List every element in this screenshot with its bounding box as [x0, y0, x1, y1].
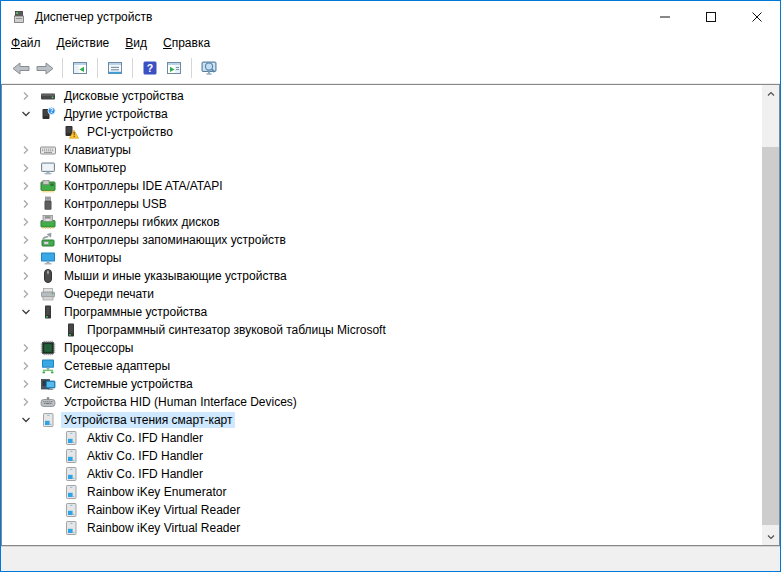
computer-icon	[40, 160, 56, 176]
minimize-icon	[659, 11, 671, 23]
chevron-right-icon[interactable]	[18, 250, 34, 266]
tree-item[interactable]: Системные устройства	[2, 375, 762, 393]
title-bar: Диспетчер устройств	[1, 1, 780, 32]
tree-item[interactable]: Программный синтезатор звуковой таблицы …	[2, 321, 762, 339]
tree-item[interactable]: !PCI-устройство	[2, 123, 762, 141]
tree-item[interactable]: Контроллеры гибких дисков	[2, 213, 762, 231]
tree-item[interactable]: Aktiv Co. IFD Handler	[2, 429, 762, 447]
chevron-down-icon[interactable]	[18, 106, 34, 122]
tree-item-label: Дисковые устройства	[61, 88, 187, 104]
properties-button[interactable]	[103, 56, 127, 80]
menu-help[interactable]: Справка	[155, 34, 218, 52]
tree-item[interactable]: Компьютер	[2, 159, 762, 177]
properties-icon	[107, 60, 123, 76]
chevron-right-icon[interactable]	[18, 340, 34, 356]
software-device-icon	[40, 304, 56, 320]
menu-view[interactable]: Вид	[117, 34, 155, 52]
toolbar-separator	[97, 58, 98, 78]
chevron-right-icon[interactable]	[18, 358, 34, 374]
tree-item-label: Rainbow iKey Virtual Reader	[84, 502, 243, 518]
tree-item[interactable]: Контроллеры USB	[2, 195, 762, 213]
maximize-button[interactable]	[688, 1, 734, 32]
tree-item[interactable]: Мониторы	[2, 249, 762, 267]
tree-item-label: Очереди печати	[61, 286, 157, 302]
tree-item-label: Aktiv Co. IFD Handler	[84, 448, 206, 464]
chevron-right-icon[interactable]	[18, 394, 34, 410]
tree-item[interactable]: Устройства чтения смарт-карт	[2, 411, 762, 429]
toolbar-separator	[191, 58, 192, 78]
printer-icon	[40, 286, 56, 302]
tree-item[interactable]: Rainbow iKey Virtual Reader	[2, 501, 762, 519]
floppy-controller-icon	[40, 214, 56, 230]
chevron-right-icon[interactable]	[18, 232, 34, 248]
tree-item[interactable]: Мыши и иные указывающие устройства	[2, 267, 762, 285]
svg-text:?: ?	[147, 62, 153, 74]
tree-item[interactable]: Процессоры	[2, 339, 762, 357]
usb-controller-icon	[40, 196, 56, 212]
tree-item[interactable]: Сетевые адаптеры	[2, 357, 762, 375]
show-console-tree-button[interactable]	[68, 56, 92, 80]
back-button[interactable]	[9, 56, 33, 80]
tree-item[interactable]: Устройства HID (Human Interface Devices)	[2, 393, 762, 411]
help-icon: ?	[142, 60, 158, 76]
show-action-pane-button[interactable]	[162, 56, 186, 80]
chevron-right-icon[interactable]	[18, 214, 34, 230]
tree-item-label: PCI-устройство	[84, 124, 176, 140]
tree-item[interactable]: Rainbow iKey Virtual Reader	[2, 519, 762, 537]
tree-item[interactable]: Программные устройства	[2, 303, 762, 321]
tree-item[interactable]: ?Другие устройства	[2, 105, 762, 123]
minimize-button[interactable]	[642, 1, 688, 32]
monitor-icon	[40, 250, 56, 266]
device-manager-icon	[11, 9, 27, 25]
tree-item-label: Контроллеры запоминающих устройств	[61, 232, 289, 248]
arrow-right-icon	[35, 61, 55, 76]
tree-item-label: Устройства HID (Human Interface Devices)	[61, 394, 300, 410]
chevron-spacer	[41, 466, 57, 482]
chevron-right-icon[interactable]	[18, 88, 34, 104]
device-tree: Дисковые устройства?Другие устройства!PC…	[2, 85, 762, 545]
window-controls	[642, 1, 780, 32]
chevron-right-icon[interactable]	[18, 286, 34, 302]
tree-item[interactable]: Контроллеры IDE ATA/ATAPI	[2, 177, 762, 195]
help-button[interactable]: ?	[138, 56, 162, 80]
mouse-icon	[40, 268, 56, 284]
chevron-right-icon[interactable]	[18, 142, 34, 158]
chevron-right-icon[interactable]	[18, 268, 34, 284]
scroll-down-icon[interactable]	[762, 528, 779, 545]
tree-item[interactable]: Дисковые устройства	[2, 87, 762, 105]
system-device-icon	[40, 376, 56, 392]
tree-item[interactable]: Очереди печати	[2, 285, 762, 303]
scroll-up-icon[interactable]	[762, 85, 779, 102]
chevron-right-icon[interactable]	[18, 376, 34, 392]
tree-item[interactable]: Клавиатуры	[2, 141, 762, 159]
menu-action[interactable]: Действие	[49, 34, 118, 52]
close-button[interactable]	[734, 1, 780, 32]
chevron-right-icon[interactable]	[18, 196, 34, 212]
tree-item-label: Rainbow iKey Enumerator	[84, 484, 229, 500]
chevron-right-icon[interactable]	[18, 160, 34, 176]
scan-hardware-changes-button[interactable]	[197, 56, 221, 80]
smartcard-reader-icon	[63, 466, 79, 482]
tree-item[interactable]: Aktiv Co. IFD Handler	[2, 447, 762, 465]
tree-item[interactable]: Rainbow iKey Enumerator	[2, 483, 762, 501]
status-bar	[1, 546, 780, 571]
forward-button[interactable]	[33, 56, 57, 80]
smartcard-reader-icon	[63, 430, 79, 446]
chevron-right-icon[interactable]	[18, 178, 34, 194]
smartcard-reader-icon	[63, 484, 79, 500]
device-manager-window: Диспетчер устройств ФайлДействиеВидСправ…	[0, 0, 781, 572]
chevron-down-icon[interactable]	[18, 304, 34, 320]
smartcard-reader-icon	[63, 448, 79, 464]
tree-item-label: Устройства чтения смарт-карт	[61, 412, 235, 428]
tree-item[interactable]: Контроллеры запоминающих устройств	[2, 231, 762, 249]
chevron-down-icon[interactable]	[18, 412, 34, 428]
svg-text:!: !	[73, 131, 75, 138]
tree-item[interactable]: Aktiv Co. IFD Handler	[2, 465, 762, 483]
smartcard-reader-icon	[63, 520, 79, 536]
scrollbar-thumb[interactable]	[762, 147, 779, 525]
ide-controller-icon	[40, 178, 56, 194]
tree-item-label: Контроллеры гибких дисков	[61, 214, 223, 230]
menu-file[interactable]: Файл	[3, 34, 49, 52]
vertical-scrollbar[interactable]	[762, 85, 779, 545]
tree-item-label: Aktiv Co. IFD Handler	[84, 466, 206, 482]
